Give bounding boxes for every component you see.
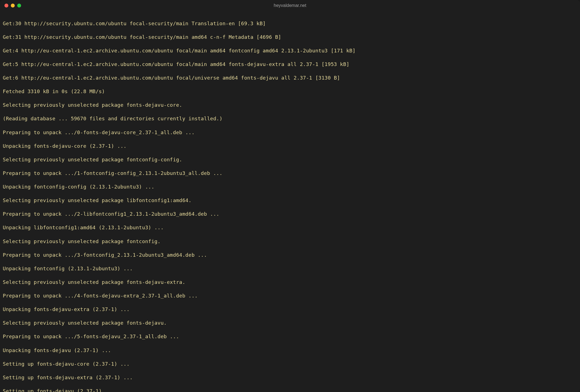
maximize-icon[interactable] — [17, 4, 21, 7]
output-line: Unpacking fonts-dejavu (2.37-1) ... — [3, 347, 577, 354]
output-line: Selecting previously unselected package … — [3, 197, 577, 204]
output-line: Unpacking fonts-dejavu-core (2.37-1) ... — [3, 143, 577, 150]
output-line: Unpacking libfontconfig1:amd64 (2.13.1-2… — [3, 224, 577, 231]
terminal-body[interactable]: Get:30 http://security.ubuntu.com/ubuntu… — [0, 11, 580, 392]
output-line: Preparing to unpack .../1-fontconfig-con… — [3, 170, 577, 177]
titlebar: heyvaldemar.net — [0, 0, 580, 11]
output-line: Selecting previously unselected package … — [3, 279, 577, 286]
output-line: Unpacking fonts-dejavu-extra (2.37-1) ..… — [3, 306, 577, 313]
output-line: Preparing to unpack .../5-fonts-dejavu_2… — [3, 333, 577, 340]
window-title: heyvaldemar.net — [274, 3, 306, 8]
output-line: Preparing to unpack .../2-libfontconfig1… — [3, 211, 577, 218]
output-line: Preparing to unpack .../3-fontconfig_2.1… — [3, 252, 577, 259]
output-line: Selecting previously unselected package … — [3, 102, 577, 109]
output-line: Selecting previously unselected package … — [3, 238, 577, 245]
output-line: Preparing to unpack .../4-fonts-dejavu-e… — [3, 292, 577, 299]
output-line: Selecting previously unselected package … — [3, 320, 577, 327]
output-line: Get:4 http://eu-central-1.ec2.archive.ub… — [3, 47, 577, 54]
output-line: Preparing to unpack .../0-fonts-dejavu-c… — [3, 129, 577, 136]
output-line: Setting up fonts-dejavu-extra (2.37-1) .… — [3, 374, 577, 381]
output-line: Fetched 3310 kB in 0s (22.8 MB/s) — [3, 88, 577, 95]
output-line: Setting up fonts-dejavu (2.37-1) ... — [3, 388, 577, 392]
output-line: Get:30 http://security.ubuntu.com/ubuntu… — [3, 20, 577, 27]
output-line: Get:5 http://eu-central-1.ec2.archive.ub… — [3, 61, 577, 68]
output-line: Get:6 http://eu-central-1.ec2.archive.ub… — [3, 75, 577, 82]
traffic-lights — [4, 4, 21, 7]
close-icon[interactable] — [4, 4, 8, 7]
output-line: Setting up fonts-dejavu-core (2.37-1) ..… — [3, 361, 577, 368]
output-line: Unpacking fontconfig-config (2.13.1-2ubu… — [3, 184, 577, 190]
output-line: Get:31 http://security.ubuntu.com/ubuntu… — [3, 34, 577, 41]
terminal-window: heyvaldemar.net Get:30 http://security.u… — [0, 0, 580, 392]
output-line: Unpacking fontconfig (2.13.1-2ubuntu3) .… — [3, 265, 577, 272]
minimize-icon[interactable] — [11, 4, 15, 7]
output-line: (Reading database ... 59670 files and di… — [3, 115, 577, 122]
output-line: Selecting previously unselected package … — [3, 156, 577, 163]
